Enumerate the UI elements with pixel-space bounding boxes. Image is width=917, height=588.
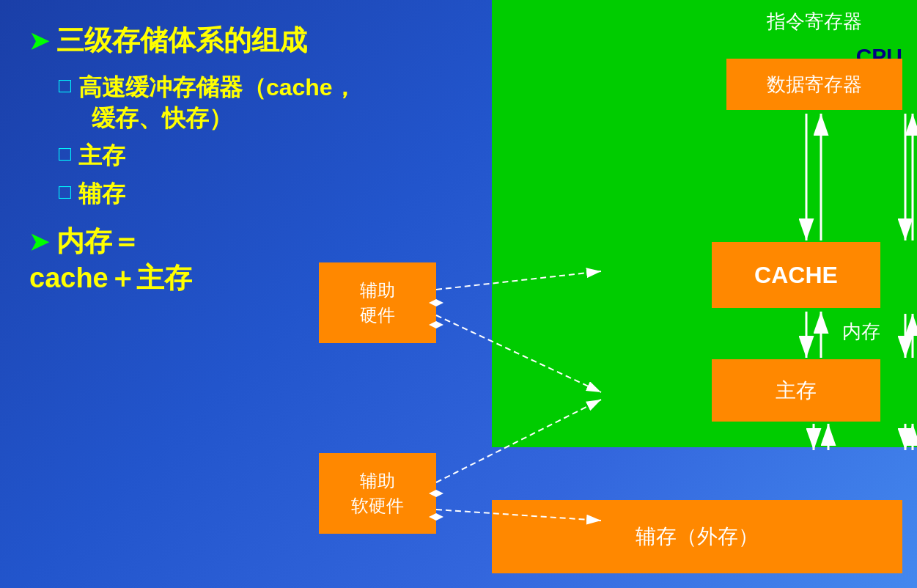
aux-sw-hw-box: 辅助软硬件 [319,453,436,534]
aux-sw-hw-label: 辅助软硬件 [351,468,404,518]
main-mem-bullet-box: □ [59,144,71,164]
right-panel: 指令寄存器 CPU 数据寄存器 CACHE 内存 主存 辅存（外存） [404,0,917,588]
cache-bullet-box: □ [59,76,71,96]
aux-mem-bullet-text: 辅存 [78,179,125,210]
aux-hw-label: 辅助硬件 [360,278,395,327]
title-arrow: ➤ [29,27,49,55]
main-mem-bullet-text: 主存 [78,141,125,172]
instruction-reg-label: 指令寄存器 [767,9,862,34]
aux-hw-box: 辅助硬件 [319,262,436,343]
cpu-outer-box: 指令寄存器 CPU 数据寄存器 [492,0,917,227]
main-title: 三级存储体系的组成 [56,22,307,59]
neicun-label: 内存 [842,319,880,345]
data-reg-box: 数据寄存器 [726,59,902,110]
instruction-reg-box: 指令寄存器 [712,0,917,43]
cache-bullet-text: 高速缓冲存储器（cache， 缓存、快存） [78,73,356,133]
data-reg-label: 数据寄存器 [767,72,862,98]
aux-mem-box: 辅存（外存） [492,500,902,573]
main-mem-box: 主存 [712,359,880,422]
cache-label: CACHE [754,262,838,289]
bottom-arrow: ➤ [29,228,49,256]
bottom-main-text2: cache＋主存 [29,262,192,293]
bottom-main-text1: 内存＝ [56,224,140,260]
aux-mem-label: 辅存（外存） [636,523,759,551]
aux-mem-bullet-box: □ [59,182,71,202]
main-mem-label: 主存 [776,377,817,405]
cache-box: CACHE [712,242,880,308]
